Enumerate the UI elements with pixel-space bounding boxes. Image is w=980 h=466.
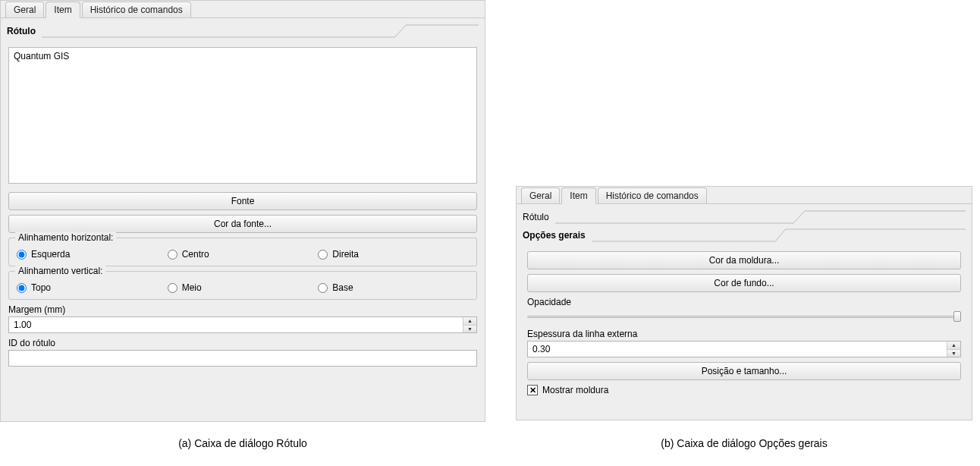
radio-halign-right-input[interactable]: [318, 250, 328, 260]
radio-halign-left-input[interactable]: [17, 250, 27, 260]
show-frame-checkbox-row[interactable]: ✕ Mostrar moldura: [527, 385, 961, 395]
id-input[interactable]: [8, 350, 477, 367]
margin-spin-buttons[interactable]: ▲ ▼: [463, 317, 476, 332]
section-divider: [42, 24, 479, 38]
tab-item-right[interactable]: Item: [561, 187, 595, 204]
margin-label: Margem (mm): [8, 304, 477, 315]
radio-halign-left-label: Esquerda: [31, 249, 70, 260]
radio-valign-middle-label: Meio: [182, 282, 202, 293]
radio-halign-center[interactable]: Centro: [168, 249, 319, 260]
radio-halign-left[interactable]: Esquerda: [17, 249, 168, 260]
radio-valign-bottom-label: Base: [332, 282, 353, 293]
section-header-rotulo-collapsed: Rótulo: [517, 204, 972, 225]
outline-width-label: Espessura da linha externa: [527, 329, 961, 339]
background-color-button[interactable]: Cor de fundo...: [527, 274, 961, 292]
legend-valign: Alinhamento vertical:: [15, 266, 105, 276]
outline-width-spinbox[interactable]: ▲ ▼: [527, 341, 961, 357]
dialog-opcoes-gerais: Geral Item Histórico de comandos Rótulo …: [516, 186, 972, 420]
section-header-opcoes: Opções gerais: [517, 225, 972, 248]
section-title-rotulo: Rótulo: [7, 26, 42, 36]
section-divider-rotulo-right: [555, 210, 966, 224]
dialog-rotulo: Geral Item Histórico de comandos Rótulo …: [0, 0, 485, 422]
outline-width-input[interactable]: [528, 342, 947, 357]
frame-color-button[interactable]: Cor da moldura...: [527, 251, 961, 269]
radio-halign-center-label: Centro: [182, 249, 209, 260]
section-title-opcoes: Opções gerais: [523, 230, 592, 241]
position-size-button[interactable]: Posição e tamanho...: [527, 362, 961, 380]
font-button[interactable]: Fonte: [8, 192, 477, 210]
opacity-label: Opacidade: [527, 297, 961, 307]
group-vertical-align: Alinhamento vertical: Topo Meio Base: [8, 271, 477, 300]
tab-historico[interactable]: Histórico de comandos: [82, 2, 191, 18]
outline-spin-buttons[interactable]: ▲ ▼: [947, 342, 960, 357]
tab-historico-right[interactable]: Histórico de comandos: [598, 187, 707, 204]
tab-geral-right[interactable]: Geral: [521, 187, 560, 204]
radio-halign-right[interactable]: Direita: [318, 249, 469, 260]
legend-halign: Alinhamento horizontal:: [15, 232, 116, 243]
radio-valign-top-input[interactable]: [17, 283, 27, 293]
section-divider-opcoes: [592, 228, 966, 242]
margin-input[interactable]: [9, 317, 463, 332]
radio-valign-top-label: Topo: [31, 282, 51, 293]
tab-item[interactable]: Item: [46, 2, 80, 18]
margin-spinbox[interactable]: ▲ ▼: [8, 316, 477, 333]
tabs-left: Geral Item Histórico de comandos: [1, 1, 485, 18]
radio-halign-center-input[interactable]: [168, 250, 177, 260]
radio-valign-middle[interactable]: Meio: [168, 282, 319, 293]
caption-b: (b) Caixa de diálogo Opções gerais: [516, 437, 972, 449]
id-label: ID do rótulo: [8, 338, 477, 348]
section-title-rotulo-right: Rótulo: [523, 212, 555, 222]
radio-valign-bottom[interactable]: Base: [318, 282, 469, 293]
content-right: Cor da moldura... Cor de fundo... Opacid…: [517, 248, 972, 401]
section-header-rotulo: Rótulo: [1, 18, 485, 44]
tabs-right: Geral Item Histórico de comandos: [517, 187, 972, 204]
outline-spin-down[interactable]: ▼: [947, 350, 960, 357]
show-frame-checkbox[interactable]: ✕: [527, 385, 538, 395]
margin-spin-up[interactable]: ▲: [463, 317, 476, 326]
radio-halign-right-label: Direita: [332, 249, 359, 260]
radio-valign-bottom-input[interactable]: [318, 283, 328, 293]
show-frame-label: Mostrar moldura: [542, 385, 608, 395]
content-left: Fonte Cor da fonte... Alinhamento horizo…: [1, 44, 485, 373]
caption-a: (a) Caixa de diálogo Rótulo: [0, 437, 485, 449]
opacity-slider-track: [527, 316, 961, 318]
opacity-slider[interactable]: [527, 309, 961, 324]
margin-spin-down[interactable]: ▼: [463, 326, 476, 333]
outline-spin-up[interactable]: ▲: [947, 342, 960, 350]
tab-geral[interactable]: Geral: [5, 2, 44, 18]
font-color-button[interactable]: Cor da fonte...: [8, 215, 477, 233]
radio-valign-middle-input[interactable]: [168, 283, 177, 293]
label-text-input[interactable]: [8, 47, 477, 184]
radio-valign-top[interactable]: Topo: [17, 282, 168, 293]
opacity-slider-thumb[interactable]: [953, 311, 961, 322]
group-horizontal-align: Alinhamento horizontal: Esquerda Centro …: [8, 238, 477, 266]
